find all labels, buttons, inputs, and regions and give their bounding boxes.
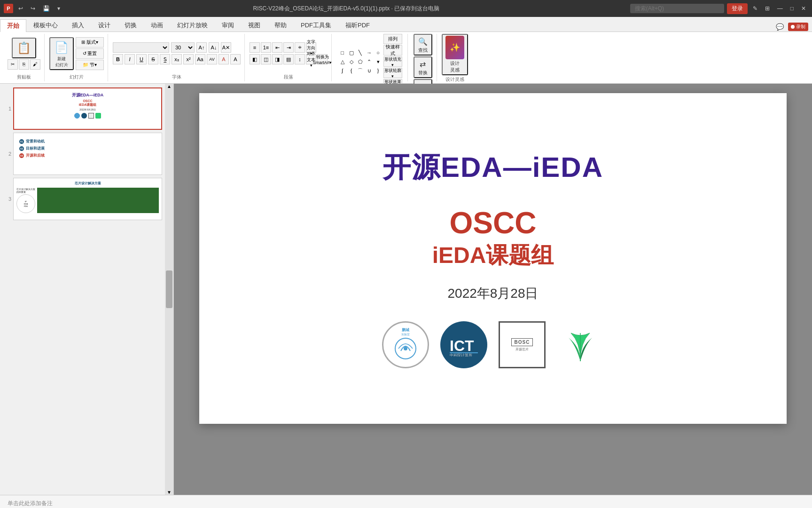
shape-chevron[interactable]: ⌃ — [365, 57, 374, 66]
align-left-button[interactable]: ◧ — [250, 54, 260, 64]
filename-label: RISC-V22峰会_OSEDA论坛_开源iEDA-v5.0(1)(1).ppt… — [253, 5, 440, 12]
tab-design[interactable]: 设计 — [91, 19, 117, 32]
shape-misc1[interactable]: ⌒ — [356, 66, 365, 75]
customize-button[interactable]: ▾ — [55, 4, 62, 13]
superscript-button[interactable]: x² — [183, 54, 194, 64]
shape-arrow[interactable]: → — [365, 48, 374, 57]
line-spacing-button[interactable]: ↕ — [295, 54, 305, 64]
paragraph-label: 段落 — [250, 73, 328, 81]
comment-icon[interactable]: 💬 — [773, 22, 786, 32]
layout-button[interactable]: ⊞ 版式▾ — [76, 37, 104, 48]
section-button[interactable]: 📁 节▾ — [76, 60, 104, 70]
close-button[interactable]: ✕ — [799, 4, 808, 13]
tab-pdf-tools[interactable]: PDF工具集 — [294, 19, 338, 32]
shape-rounded[interactable]: ▢ — [347, 48, 356, 57]
increase-font-button[interactable]: A↑ — [196, 42, 207, 53]
tab-slideshow[interactable]: 幻灯片放映 — [170, 19, 215, 32]
shape-bracket[interactable]: { — [347, 66, 356, 75]
slide-thumb-2[interactable]: 01 背景和动机 02 目标和进展 03 开源和后续 — [13, 133, 162, 175]
arrange-button[interactable]: 排列 — [383, 34, 402, 44]
tab-template[interactable]: 模板中心 — [26, 19, 65, 32]
font-family-select[interactable] — [113, 42, 169, 53]
decrease-font-button[interactable]: A↓ — [209, 42, 219, 53]
clear-format-button[interactable]: A✕ — [221, 42, 231, 53]
font-size-select[interactable]: 30 — [171, 42, 195, 53]
new-slide-label: 新建幻灯片 — [55, 56, 68, 68]
underline-button[interactable]: U — [136, 54, 147, 64]
char-spacing-button[interactable]: AV — [207, 54, 217, 64]
notes-bar[interactable]: 单击此处添加备注 — [0, 495, 812, 508]
scroll-thumb[interactable] — [166, 270, 172, 308]
columns-button[interactable]: ⫩ — [295, 42, 305, 53]
numbering-button[interactable]: 1≡ — [261, 42, 271, 53]
subscript-button[interactable]: x₂ — [172, 54, 182, 64]
tab-animation[interactable]: 动画 — [144, 19, 170, 32]
highlight-button[interactable]: A — [230, 54, 241, 64]
cut-button[interactable]: ✂ — [8, 59, 18, 70]
bullets-button[interactable]: ≡ — [250, 42, 260, 53]
outline-button[interactable]: 形状轮廓▾ — [383, 68, 402, 78]
pen-icon[interactable]: ✎ — [750, 4, 760, 13]
undo-button[interactable]: ↩ — [16, 4, 25, 13]
item3-label: 开源和后续 — [26, 153, 45, 158]
login-button[interactable]: 登录 — [727, 3, 748, 14]
strikethrough-button[interactable]: S — [148, 54, 158, 64]
layout-icon[interactable]: ⊞ — [763, 4, 772, 13]
scroll-up-button[interactable]: ▲ — [167, 84, 172, 89]
tab-insert[interactable]: 插入 — [65, 19, 91, 32]
designer-label: 设计灵感 — [442, 75, 468, 84]
thumb1-ieda: iEDA课题组 — [18, 103, 157, 107]
tab-review[interactable]: 审阅 — [215, 19, 241, 32]
slide-thumb-3[interactable]: 芯片设计解决方案 芯片设计解决方案的四要素 IP EDA PDK — [13, 178, 162, 220]
slide-thumb-1[interactable]: 开源EDA—iEDA OSCC iEDA课题组 2022年8月28日 — [13, 87, 162, 130]
italic-button[interactable]: I — [125, 54, 135, 64]
shape-pentagon[interactable]: ⬠ — [356, 57, 365, 66]
find-button[interactable]: 🔍 查找 — [414, 34, 432, 56]
ribbon-content: 📋 ✂ ⎘ 🖌 剪贴板 📄 新建幻灯片 — [0, 32, 812, 84]
font-color-button[interactable]: A — [219, 54, 229, 64]
smartart-button[interactable]: 转换为SmartArt▾ — [317, 54, 328, 64]
justify-button[interactable]: ▤ — [283, 54, 294, 64]
font-case-button[interactable]: Aa — [195, 54, 205, 64]
bold-button[interactable]: B — [113, 54, 123, 64]
tab-transition[interactable]: 切换 — [117, 19, 144, 32]
shape-diamond[interactable]: ◇ — [347, 57, 356, 66]
tab-help[interactable]: 帮助 — [267, 19, 294, 32]
decrease-indent-button[interactable]: ⇤ — [272, 42, 282, 53]
format-painter-button[interactable]: 🖌 — [30, 59, 40, 70]
replace-button[interactable]: ⇄ 替换 — [414, 56, 432, 78]
shape-misc3[interactable]: } — [374, 66, 383, 75]
align-center-button[interactable]: ◫ — [261, 54, 271, 64]
quick-style-button[interactable]: 快速样式 — [383, 45, 402, 56]
tab-view[interactable]: 视图 — [241, 19, 267, 32]
fill-button[interactable]: 形状填充▾ — [383, 56, 402, 67]
shape-line[interactable]: ╲ — [356, 48, 365, 57]
reset-button[interactable]: ↺ 重置 — [76, 48, 104, 59]
tab-home[interactable]: 开始 — [0, 19, 26, 32]
redo-button[interactable]: ↪ — [28, 4, 38, 13]
maximize-button[interactable]: □ — [788, 4, 796, 13]
thumb3-title: 芯片设计解决方案 — [16, 181, 159, 186]
svg-text:ICT: ICT — [450, 337, 474, 354]
increase-indent-button[interactable]: ⇥ — [283, 42, 294, 53]
shape-more[interactable]: ▾ — [374, 57, 383, 66]
shape-misc2[interactable]: ∪ — [365, 66, 374, 75]
save-button[interactable]: 💾 — [40, 4, 52, 13]
thumb-logo-3 — [88, 113, 94, 119]
align-right-button[interactable]: ◨ — [272, 54, 282, 64]
new-slide-button[interactable]: 📄 新建幻灯片 — [49, 37, 74, 70]
shape-circle[interactable]: ○ — [374, 48, 383, 57]
shape-curve[interactable]: ∫ — [338, 66, 347, 75]
search-input[interactable] — [630, 4, 724, 13]
scroll-down-button[interactable]: ▼ — [167, 490, 172, 495]
shadow-button[interactable]: S̲ — [160, 54, 170, 64]
shape-rect[interactable]: □ — [338, 48, 347, 57]
paste-button[interactable]: 📋 — [12, 38, 36, 58]
minimize-button[interactable]: — — [775, 4, 785, 13]
logo-ict: ICT 中科院计算所 — [440, 321, 487, 368]
tab-foxit-pdf[interactable]: 福昕PDF — [338, 19, 377, 32]
slide-canvas[interactable]: 开源EDA—iEDA OSCC iEDA课题组 2022年8月28日 鹏城 — [199, 93, 787, 424]
shape-triangle[interactable]: △ — [338, 57, 347, 66]
design-ideas-button[interactable]: ✨ 设计灵感 — [442, 34, 468, 75]
copy-button[interactable]: ⎘ — [19, 59, 29, 70]
